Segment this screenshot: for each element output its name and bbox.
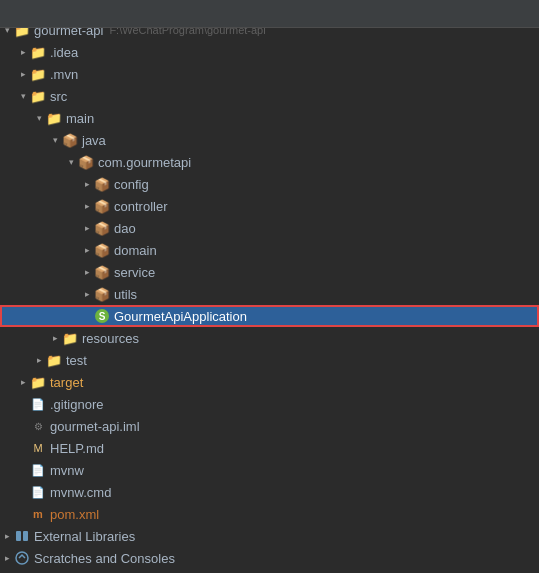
arrow-empty (80, 309, 94, 323)
tree-item-controller[interactable]: 📦 controller (0, 195, 539, 217)
item-label: External Libraries (34, 529, 135, 544)
item-icon-utils: 📦 (94, 286, 110, 302)
arrow-closed (32, 353, 46, 367)
item-icon-com-gourmetapi: 📦 (78, 154, 94, 170)
tree-item-config[interactable]: 📦 config (0, 173, 539, 195)
arrow-empty (16, 397, 30, 411)
item-label: service (114, 265, 155, 280)
item-icon-controller: 📦 (94, 198, 110, 214)
item-subtitle: F:\WeChatProgram\gourmet-api (109, 28, 265, 36)
arrow-closed (80, 177, 94, 191)
item-label: target (50, 375, 83, 390)
item-icon-mvnw-cmd: 📄 (30, 484, 46, 500)
item-icon-external-libraries (14, 528, 30, 544)
arrow-empty (16, 463, 30, 477)
tree-item-mvnw[interactable]: 📄 mvnw (0, 459, 539, 481)
panel-header (0, 0, 539, 28)
item-icon-mvn: 📁 (30, 66, 46, 82)
arrow-open (16, 89, 30, 103)
tree-item-idea[interactable]: 📁 .idea (0, 41, 539, 63)
tree-item-target[interactable]: 📁 target (0, 371, 539, 393)
tree-item-resources[interactable]: 📁 resources (0, 327, 539, 349)
item-label: domain (114, 243, 157, 258)
item-icon-test: 📁 (46, 352, 62, 368)
tree-item-scratches[interactable]: Scratches and Consoles (0, 547, 539, 569)
tree-item-com-gourmetapi[interactable]: 📦 com.gourmetapi (0, 151, 539, 173)
arrow-open (64, 155, 78, 169)
item-icon-mvnw: 📄 (30, 462, 46, 478)
svg-point-4 (16, 552, 28, 564)
item-label: mvnw.cmd (50, 485, 111, 500)
item-label: com.gourmetapi (98, 155, 191, 170)
arrow-empty (16, 419, 30, 433)
item-label: pom.xml (50, 507, 99, 522)
tree-item-domain[interactable]: 📦 domain (0, 239, 539, 261)
tree-item-service[interactable]: 📦 service (0, 261, 539, 283)
tree-item-java[interactable]: 📦 java (0, 129, 539, 151)
svg-rect-2 (16, 531, 21, 541)
item-icon-resources: 📁 (62, 330, 78, 346)
tree-item-pom-xml[interactable]: m pom.xml (0, 503, 539, 525)
arrow-open (32, 111, 46, 125)
item-label: resources (82, 331, 139, 346)
item-label: controller (114, 199, 167, 214)
tree-item-utils[interactable]: 📦 utils (0, 283, 539, 305)
item-label: Scratches and Consoles (34, 551, 175, 566)
tree-item-mvn[interactable]: 📁 .mvn (0, 63, 539, 85)
item-icon-service: 📦 (94, 264, 110, 280)
item-icon-scratches (14, 550, 30, 566)
item-label: .mvn (50, 67, 78, 82)
item-icon-target: 📁 (30, 374, 46, 390)
project-panel: 📁 gourmet-api F:\WeChatProgram\gourmet-a… (0, 0, 539, 573)
tree-item-HELP-md[interactable]: M HELP.md (0, 437, 539, 459)
item-icon-src: 📁 (30, 88, 46, 104)
item-label: main (66, 111, 94, 126)
arrow-closed (80, 199, 94, 213)
item-label: src (50, 89, 67, 104)
tree-item-gourmet-api-root[interactable]: 📁 gourmet-api F:\WeChatProgram\gourmet-a… (0, 28, 539, 41)
tree-item-gitignore[interactable]: 📄 .gitignore (0, 393, 539, 415)
item-label: gourmet-api.iml (50, 419, 140, 434)
item-label: utils (114, 287, 137, 302)
item-icon-main: 📁 (46, 110, 62, 126)
item-label: gourmet-api (34, 28, 103, 38)
tree-item-GourmetApiApplication[interactable]: S GourmetApiApplication (0, 305, 539, 327)
tree-item-mvnw-cmd[interactable]: 📄 mvnw.cmd (0, 481, 539, 503)
item-label: GourmetApiApplication (114, 309, 247, 324)
tree-container[interactable]: 📁 gourmet-api F:\WeChatProgram\gourmet-a… (0, 28, 539, 573)
arrow-open (48, 133, 62, 147)
arrow-closed (80, 265, 94, 279)
arrow-closed (80, 221, 94, 235)
tree-item-test[interactable]: 📁 test (0, 349, 539, 371)
item-icon-config: 📦 (94, 176, 110, 192)
tree-item-src[interactable]: 📁 src (0, 85, 539, 107)
arrow-closed (16, 45, 30, 59)
item-label: mvnw (50, 463, 84, 478)
arrow-closed (16, 375, 30, 389)
arrow-closed (16, 67, 30, 81)
item-icon-pom-xml: m (30, 506, 46, 522)
svg-text:S: S (99, 311, 106, 322)
item-label: java (82, 133, 106, 148)
tree-item-gourmet-api-iml[interactable]: ⚙ gourmet-api.iml (0, 415, 539, 437)
arrow-closed (80, 287, 94, 301)
arrow-empty (16, 507, 30, 521)
arrow-empty (16, 485, 30, 499)
svg-rect-3 (23, 531, 28, 541)
item-icon-domain: 📦 (94, 242, 110, 258)
item-label: dao (114, 221, 136, 236)
item-icon-dao: 📦 (94, 220, 110, 236)
tree-item-dao[interactable]: 📦 dao (0, 217, 539, 239)
item-label: test (66, 353, 87, 368)
tree-item-main[interactable]: 📁 main (0, 107, 539, 129)
item-label: .idea (50, 45, 78, 60)
arrow-empty (16, 441, 30, 455)
item-icon-gitignore: 📄 (30, 396, 46, 412)
arrow-closed (80, 243, 94, 257)
item-icon-gourmet-api-root: 📁 (14, 28, 30, 38)
item-icon-idea: 📁 (30, 44, 46, 60)
arrow-closed (0, 529, 14, 543)
arrow-closed (48, 331, 62, 345)
item-icon-gourmet-api-iml: ⚙ (30, 418, 46, 434)
tree-item-external-libraries[interactable]: External Libraries (0, 525, 539, 547)
